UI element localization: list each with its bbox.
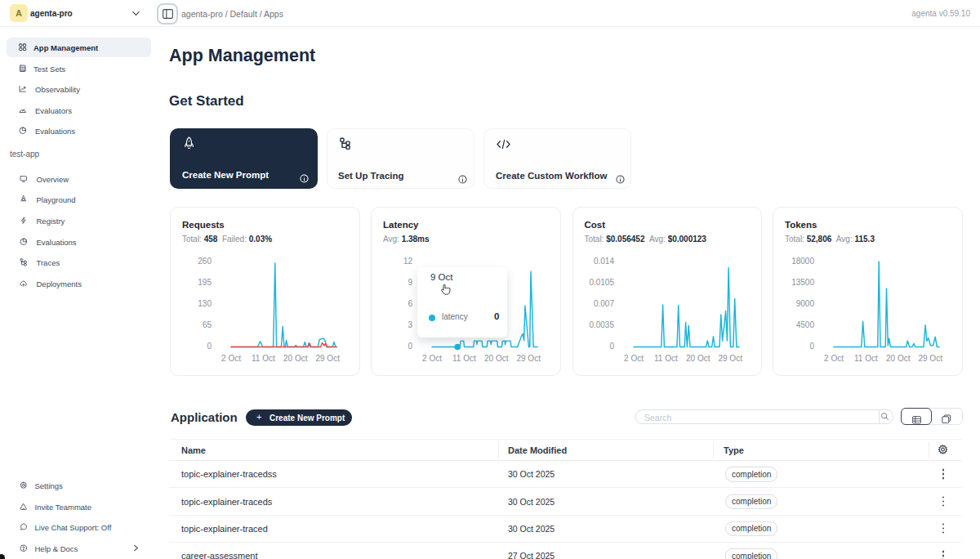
svg-text:2 Oct: 2 Oct [422, 354, 442, 363]
svg-text:9000: 9000 [796, 299, 815, 308]
svg-text:0.0035: 0.0035 [589, 320, 614, 329]
svg-text:11 Oct: 11 Oct [654, 354, 678, 363]
svg-text:0.014: 0.014 [593, 257, 613, 266]
svg-text:20 Oct: 20 Oct [886, 354, 911, 363]
svg-text:13500: 13500 [791, 278, 814, 287]
svg-text:18000: 18000 [791, 257, 814, 266]
svg-text:29 Oct: 29 Oct [516, 354, 541, 363]
svg-text:195: 195 [198, 278, 212, 287]
svg-text:260: 260 [198, 257, 212, 266]
svg-text:0.007: 0.007 [593, 299, 613, 308]
svg-text:0: 0 [408, 342, 412, 351]
svg-text:2 Oct: 2 Oct [824, 354, 844, 363]
svg-text:0: 0 [207, 342, 212, 351]
svg-text:0: 0 [609, 342, 614, 351]
svg-text:20 Oct: 20 Oct [283, 354, 308, 363]
svg-text:2 Oct: 2 Oct [221, 354, 241, 363]
svg-text:65: 65 [203, 320, 212, 329]
svg-text:3: 3 [408, 320, 412, 329]
svg-text:0.0105: 0.0105 [589, 278, 614, 287]
svg-text:0: 0 [809, 342, 814, 351]
svg-text:2 Oct: 2 Oct [624, 354, 644, 363]
svg-text:130: 130 [198, 299, 212, 308]
svg-text:11 Oct: 11 Oct [854, 354, 878, 363]
svg-text:12: 12 [403, 257, 413, 266]
svg-text:29 Oct: 29 Oct [718, 354, 742, 363]
svg-text:9: 9 [408, 278, 412, 287]
svg-text:29 Oct: 29 Oct [918, 354, 942, 363]
svg-text:20 Oct: 20 Oct [484, 354, 509, 363]
svg-text:6: 6 [408, 299, 412, 308]
svg-text:11 Oct: 11 Oct [252, 354, 275, 363]
svg-text:4500: 4500 [796, 320, 815, 329]
svg-text:11 Oct: 11 Oct [452, 354, 476, 363]
svg-text:20 Oct: 20 Oct [686, 354, 710, 363]
svg-text:29 Oct: 29 Oct [315, 354, 340, 363]
